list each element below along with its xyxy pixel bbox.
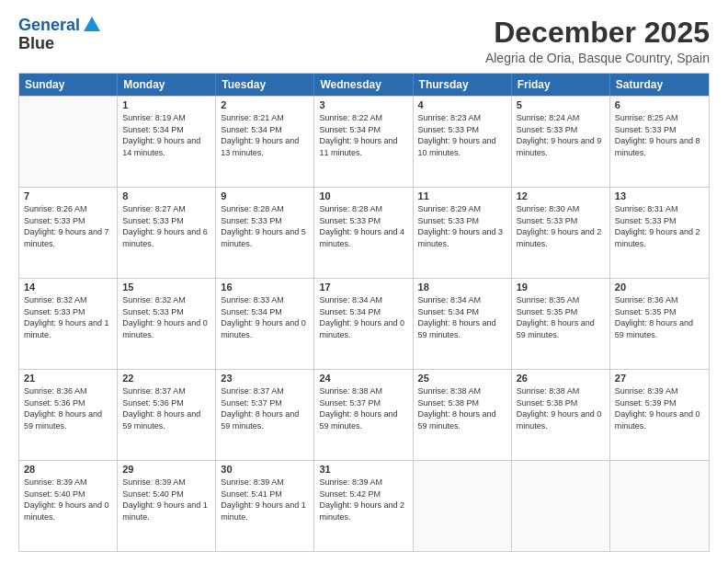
- calendar-cell: [610, 461, 709, 551]
- cell-info: Sunrise: 8:38 AM Sunset: 5:38 PM Dayligh…: [517, 385, 605, 431]
- calendar-cell: 31Sunrise: 8:39 AM Sunset: 5:42 PM Dayli…: [314, 461, 413, 551]
- calendar-cell: 11Sunrise: 8:29 AM Sunset: 5:33 PM Dayli…: [414, 188, 512, 278]
- cell-info: Sunrise: 8:29 AM Sunset: 5:33 PM Dayligh…: [418, 203, 506, 249]
- day-number: 3: [319, 99, 407, 110]
- cell-info: Sunrise: 8:23 AM Sunset: 5:33 PM Dayligh…: [418, 112, 506, 158]
- calendar-cell: [414, 461, 512, 551]
- cell-info: Sunrise: 8:39 AM Sunset: 5:42 PM Dayligh…: [319, 477, 407, 523]
- calendar-cell: 6Sunrise: 8:25 AM Sunset: 5:33 PM Daylig…: [610, 97, 709, 187]
- cell-info: Sunrise: 8:26 AM Sunset: 5:33 PM Dayligh…: [24, 203, 112, 249]
- cell-info: Sunrise: 8:39 AM Sunset: 5:40 PM Dayligh…: [24, 477, 112, 523]
- day-number: 25: [418, 373, 506, 384]
- day-number: 10: [319, 190, 407, 201]
- day-number: 1: [122, 99, 210, 110]
- day-number: 18: [418, 282, 506, 293]
- calendar-row-4: 28Sunrise: 8:39 AM Sunset: 5:40 PM Dayli…: [19, 460, 709, 551]
- day-number: 15: [122, 282, 210, 293]
- calendar: SundayMondayTuesdayWednesdayThursdayFrid…: [18, 73, 710, 552]
- day-number: 23: [221, 373, 309, 384]
- calendar-cell: 7Sunrise: 8:26 AM Sunset: 5:33 PM Daylig…: [19, 188, 118, 278]
- day-number: 27: [615, 373, 704, 384]
- title-block: December 2025 Alegria de Oria, Basque Co…: [485, 17, 710, 65]
- calendar-cell: 19Sunrise: 8:35 AM Sunset: 5:35 PM Dayli…: [512, 279, 610, 369]
- weekday-header-sunday: Sunday: [19, 74, 118, 96]
- calendar-cell: 17Sunrise: 8:34 AM Sunset: 5:34 PM Dayli…: [314, 279, 413, 369]
- cell-info: Sunrise: 8:30 AM Sunset: 5:33 PM Dayligh…: [517, 203, 605, 249]
- weekday-header-monday: Monday: [118, 74, 216, 96]
- header: General Blue December 2025 Alegria de Or…: [18, 17, 710, 65]
- calendar-cell: 1Sunrise: 8:19 AM Sunset: 5:34 PM Daylig…: [118, 97, 216, 187]
- calendar-cell: 30Sunrise: 8:39 AM Sunset: 5:41 PM Dayli…: [216, 461, 314, 551]
- day-number: 21: [24, 373, 112, 384]
- cell-info: Sunrise: 8:34 AM Sunset: 5:34 PM Dayligh…: [418, 294, 506, 340]
- day-number: 28: [24, 464, 112, 475]
- cell-info: Sunrise: 8:19 AM Sunset: 5:34 PM Dayligh…: [122, 112, 210, 158]
- cell-info: Sunrise: 8:28 AM Sunset: 5:33 PM Dayligh…: [221, 203, 309, 249]
- day-number: 9: [221, 190, 309, 201]
- calendar-cell: [512, 461, 610, 551]
- calendar-cell: 22Sunrise: 8:37 AM Sunset: 5:36 PM Dayli…: [118, 370, 216, 460]
- page: General Blue December 2025 Alegria de Or…: [0, 0, 728, 563]
- cell-info: Sunrise: 8:36 AM Sunset: 5:35 PM Dayligh…: [615, 294, 704, 340]
- logo-triangle-icon: [84, 17, 100, 35]
- cell-info: Sunrise: 8:39 AM Sunset: 5:39 PM Dayligh…: [615, 385, 704, 431]
- day-number: 11: [418, 190, 506, 201]
- calendar-row-0: 1Sunrise: 8:19 AM Sunset: 5:34 PM Daylig…: [19, 96, 709, 187]
- weekday-header-thursday: Thursday: [414, 74, 512, 96]
- cell-info: Sunrise: 8:32 AM Sunset: 5:33 PM Dayligh…: [122, 294, 210, 340]
- day-number: 19: [517, 282, 605, 293]
- day-number: 22: [122, 373, 210, 384]
- day-number: 12: [517, 190, 605, 201]
- day-number: 4: [418, 99, 506, 110]
- cell-info: Sunrise: 8:32 AM Sunset: 5:33 PM Dayligh…: [24, 294, 112, 340]
- calendar-header: SundayMondayTuesdayWednesdayThursdayFrid…: [19, 74, 709, 96]
- weekday-header-saturday: Saturday: [610, 74, 709, 96]
- calendar-cell: 13Sunrise: 8:31 AM Sunset: 5:33 PM Dayli…: [610, 188, 709, 278]
- calendar-cell: 21Sunrise: 8:36 AM Sunset: 5:36 PM Dayli…: [19, 370, 118, 460]
- month-title: December 2025: [485, 17, 710, 49]
- cell-info: Sunrise: 8:39 AM Sunset: 5:41 PM Dayligh…: [221, 477, 309, 523]
- calendar-cell: 24Sunrise: 8:38 AM Sunset: 5:37 PM Dayli…: [314, 370, 413, 460]
- svg-marker-0: [84, 17, 100, 31]
- calendar-cell: 16Sunrise: 8:33 AM Sunset: 5:34 PM Dayli…: [216, 279, 314, 369]
- calendar-cell: 14Sunrise: 8:32 AM Sunset: 5:33 PM Dayli…: [19, 279, 118, 369]
- calendar-cell: 4Sunrise: 8:23 AM Sunset: 5:33 PM Daylig…: [414, 97, 512, 187]
- calendar-body: 1Sunrise: 8:19 AM Sunset: 5:34 PM Daylig…: [19, 96, 709, 551]
- cell-info: Sunrise: 8:21 AM Sunset: 5:34 PM Dayligh…: [221, 112, 309, 158]
- calendar-cell: 12Sunrise: 8:30 AM Sunset: 5:33 PM Dayli…: [512, 188, 610, 278]
- cell-info: Sunrise: 8:25 AM Sunset: 5:33 PM Dayligh…: [615, 112, 704, 158]
- day-number: 2: [221, 99, 309, 110]
- day-number: 30: [221, 464, 309, 475]
- cell-info: Sunrise: 8:33 AM Sunset: 5:34 PM Dayligh…: [221, 294, 309, 340]
- cell-info: Sunrise: 8:28 AM Sunset: 5:33 PM Dayligh…: [319, 203, 407, 249]
- day-number: 24: [319, 373, 407, 384]
- day-number: 29: [122, 464, 210, 475]
- calendar-cell: 8Sunrise: 8:27 AM Sunset: 5:33 PM Daylig…: [118, 188, 216, 278]
- weekday-header-tuesday: Tuesday: [216, 74, 314, 96]
- calendar-cell: 5Sunrise: 8:24 AM Sunset: 5:33 PM Daylig…: [512, 97, 610, 187]
- day-number: 20: [615, 282, 704, 293]
- calendar-cell: 15Sunrise: 8:32 AM Sunset: 5:33 PM Dayli…: [118, 279, 216, 369]
- day-number: 5: [517, 99, 605, 110]
- cell-info: Sunrise: 8:37 AM Sunset: 5:37 PM Dayligh…: [221, 385, 309, 431]
- day-number: 6: [615, 99, 704, 110]
- cell-info: Sunrise: 8:24 AM Sunset: 5:33 PM Dayligh…: [517, 112, 605, 158]
- cell-info: Sunrise: 8:39 AM Sunset: 5:40 PM Dayligh…: [122, 477, 210, 523]
- day-number: 26: [517, 373, 605, 384]
- cell-info: Sunrise: 8:22 AM Sunset: 5:34 PM Dayligh…: [319, 112, 407, 158]
- calendar-cell: 28Sunrise: 8:39 AM Sunset: 5:40 PM Dayli…: [19, 461, 118, 551]
- calendar-cell: 2Sunrise: 8:21 AM Sunset: 5:34 PM Daylig…: [216, 97, 314, 187]
- location: Alegria de Oria, Basque Country, Spain: [485, 51, 710, 65]
- weekday-header-wednesday: Wednesday: [314, 74, 413, 96]
- cell-info: Sunrise: 8:34 AM Sunset: 5:34 PM Dayligh…: [319, 294, 407, 340]
- day-number: 8: [122, 190, 210, 201]
- logo: General Blue: [18, 17, 100, 53]
- logo-blue: Blue: [18, 35, 54, 53]
- day-number: 13: [615, 190, 704, 201]
- logo-general: General: [18, 16, 80, 34]
- cell-info: Sunrise: 8:35 AM Sunset: 5:35 PM Dayligh…: [517, 294, 605, 340]
- calendar-cell: 26Sunrise: 8:38 AM Sunset: 5:38 PM Dayli…: [512, 370, 610, 460]
- weekday-header-friday: Friday: [512, 74, 610, 96]
- calendar-row-1: 7Sunrise: 8:26 AM Sunset: 5:33 PM Daylig…: [19, 187, 709, 278]
- calendar-cell: 29Sunrise: 8:39 AM Sunset: 5:40 PM Dayli…: [118, 461, 216, 551]
